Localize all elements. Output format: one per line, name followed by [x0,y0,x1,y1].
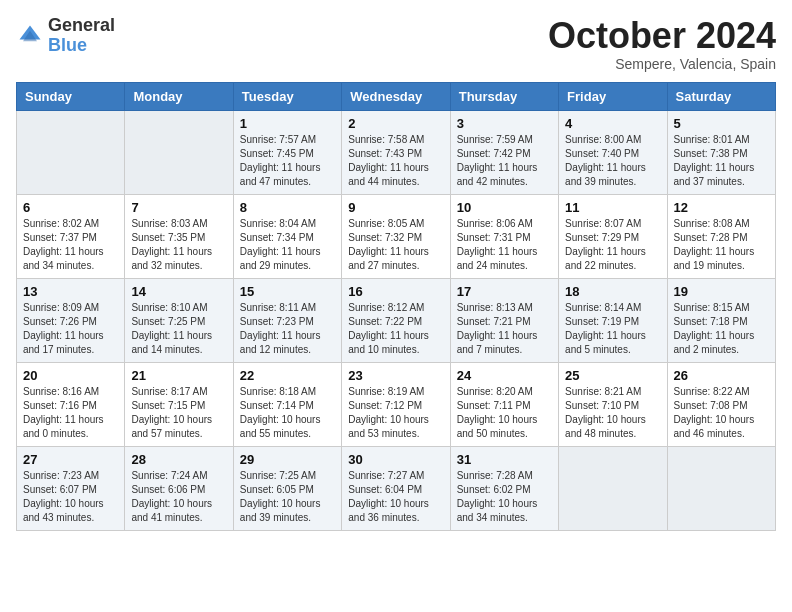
day-info: Sunrise: 7:59 AM Sunset: 7:42 PM Dayligh… [457,133,552,189]
day-number: 10 [457,200,552,215]
calendar-day-cell: 19Sunrise: 8:15 AM Sunset: 7:18 PM Dayli… [667,278,775,362]
calendar-day-cell: 22Sunrise: 8:18 AM Sunset: 7:14 PM Dayli… [233,362,341,446]
day-info: Sunrise: 8:04 AM Sunset: 7:34 PM Dayligh… [240,217,335,273]
day-info: Sunrise: 8:13 AM Sunset: 7:21 PM Dayligh… [457,301,552,357]
day-number: 23 [348,368,443,383]
month-title: October 2024 [548,16,776,56]
day-info: Sunrise: 8:02 AM Sunset: 7:37 PM Dayligh… [23,217,118,273]
day-number: 14 [131,284,226,299]
day-info: Sunrise: 8:09 AM Sunset: 7:26 PM Dayligh… [23,301,118,357]
calendar-week-row: 13Sunrise: 8:09 AM Sunset: 7:26 PM Dayli… [17,278,776,362]
day-info: Sunrise: 8:10 AM Sunset: 7:25 PM Dayligh… [131,301,226,357]
calendar-day-cell: 4Sunrise: 8:00 AM Sunset: 7:40 PM Daylig… [559,110,667,194]
calendar-day-cell: 30Sunrise: 7:27 AM Sunset: 6:04 PM Dayli… [342,446,450,530]
calendar-week-row: 27Sunrise: 7:23 AM Sunset: 6:07 PM Dayli… [17,446,776,530]
day-number: 18 [565,284,660,299]
day-of-week-header: Saturday [667,82,775,110]
day-number: 30 [348,452,443,467]
calendar-day-cell: 5Sunrise: 8:01 AM Sunset: 7:38 PM Daylig… [667,110,775,194]
day-info: Sunrise: 8:07 AM Sunset: 7:29 PM Dayligh… [565,217,660,273]
day-info: Sunrise: 8:19 AM Sunset: 7:12 PM Dayligh… [348,385,443,441]
day-number: 3 [457,116,552,131]
day-number: 17 [457,284,552,299]
calendar-day-cell: 25Sunrise: 8:21 AM Sunset: 7:10 PM Dayli… [559,362,667,446]
calendar-day-cell: 3Sunrise: 7:59 AM Sunset: 7:42 PM Daylig… [450,110,558,194]
day-number: 15 [240,284,335,299]
day-info: Sunrise: 7:24 AM Sunset: 6:06 PM Dayligh… [131,469,226,525]
calendar-week-row: 6Sunrise: 8:02 AM Sunset: 7:37 PM Daylig… [17,194,776,278]
day-info: Sunrise: 7:57 AM Sunset: 7:45 PM Dayligh… [240,133,335,189]
day-of-week-header: Monday [125,82,233,110]
location-subtitle: Sempere, Valencia, Spain [548,56,776,72]
day-number: 5 [674,116,769,131]
calendar-day-cell: 23Sunrise: 8:19 AM Sunset: 7:12 PM Dayli… [342,362,450,446]
day-number: 6 [23,200,118,215]
day-info: Sunrise: 7:58 AM Sunset: 7:43 PM Dayligh… [348,133,443,189]
calendar-day-cell: 21Sunrise: 8:17 AM Sunset: 7:15 PM Dayli… [125,362,233,446]
day-info: Sunrise: 8:11 AM Sunset: 7:23 PM Dayligh… [240,301,335,357]
calendar-day-cell: 9Sunrise: 8:05 AM Sunset: 7:32 PM Daylig… [342,194,450,278]
day-info: Sunrise: 8:05 AM Sunset: 7:32 PM Dayligh… [348,217,443,273]
day-number: 22 [240,368,335,383]
day-info: Sunrise: 8:16 AM Sunset: 7:16 PM Dayligh… [23,385,118,441]
calendar-day-cell: 15Sunrise: 8:11 AM Sunset: 7:23 PM Dayli… [233,278,341,362]
calendar-week-row: 1Sunrise: 7:57 AM Sunset: 7:45 PM Daylig… [17,110,776,194]
calendar-day-cell: 28Sunrise: 7:24 AM Sunset: 6:06 PM Dayli… [125,446,233,530]
calendar-day-cell: 13Sunrise: 8:09 AM Sunset: 7:26 PM Dayli… [17,278,125,362]
calendar-day-cell: 24Sunrise: 8:20 AM Sunset: 7:11 PM Dayli… [450,362,558,446]
day-info: Sunrise: 8:03 AM Sunset: 7:35 PM Dayligh… [131,217,226,273]
day-info: Sunrise: 8:00 AM Sunset: 7:40 PM Dayligh… [565,133,660,189]
title-block: October 2024 Sempere, Valencia, Spain [548,16,776,72]
day-info: Sunrise: 8:22 AM Sunset: 7:08 PM Dayligh… [674,385,769,441]
calendar-day-cell [667,446,775,530]
day-info: Sunrise: 7:28 AM Sunset: 6:02 PM Dayligh… [457,469,552,525]
day-info: Sunrise: 7:23 AM Sunset: 6:07 PM Dayligh… [23,469,118,525]
day-info: Sunrise: 8:06 AM Sunset: 7:31 PM Dayligh… [457,217,552,273]
calendar-day-cell: 18Sunrise: 8:14 AM Sunset: 7:19 PM Dayli… [559,278,667,362]
calendar-day-cell: 26Sunrise: 8:22 AM Sunset: 7:08 PM Dayli… [667,362,775,446]
calendar-day-cell: 17Sunrise: 8:13 AM Sunset: 7:21 PM Dayli… [450,278,558,362]
logo-icon [16,22,44,50]
calendar-day-cell [559,446,667,530]
calendar-day-cell: 31Sunrise: 7:28 AM Sunset: 6:02 PM Dayli… [450,446,558,530]
day-number: 4 [565,116,660,131]
calendar-day-cell: 2Sunrise: 7:58 AM Sunset: 7:43 PM Daylig… [342,110,450,194]
day-number: 19 [674,284,769,299]
day-info: Sunrise: 8:17 AM Sunset: 7:15 PM Dayligh… [131,385,226,441]
day-info: Sunrise: 8:15 AM Sunset: 7:18 PM Dayligh… [674,301,769,357]
day-of-week-header: Tuesday [233,82,341,110]
day-number: 13 [23,284,118,299]
day-number: 28 [131,452,226,467]
day-number: 24 [457,368,552,383]
day-number: 1 [240,116,335,131]
calendar-day-cell: 29Sunrise: 7:25 AM Sunset: 6:05 PM Dayli… [233,446,341,530]
day-info: Sunrise: 8:08 AM Sunset: 7:28 PM Dayligh… [674,217,769,273]
day-number: 9 [348,200,443,215]
calendar-day-cell: 12Sunrise: 8:08 AM Sunset: 7:28 PM Dayli… [667,194,775,278]
day-info: Sunrise: 8:01 AM Sunset: 7:38 PM Dayligh… [674,133,769,189]
calendar-header: SundayMondayTuesdayWednesdayThursdayFrid… [17,82,776,110]
logo-general-text: General [48,16,115,36]
calendar-day-cell: 6Sunrise: 8:02 AM Sunset: 7:37 PM Daylig… [17,194,125,278]
calendar-day-cell: 20Sunrise: 8:16 AM Sunset: 7:16 PM Dayli… [17,362,125,446]
day-number: 2 [348,116,443,131]
day-number: 16 [348,284,443,299]
calendar-day-cell: 1Sunrise: 7:57 AM Sunset: 7:45 PM Daylig… [233,110,341,194]
calendar-day-cell: 27Sunrise: 7:23 AM Sunset: 6:07 PM Dayli… [17,446,125,530]
day-number: 7 [131,200,226,215]
day-info: Sunrise: 8:14 AM Sunset: 7:19 PM Dayligh… [565,301,660,357]
day-number: 25 [565,368,660,383]
day-info: Sunrise: 7:25 AM Sunset: 6:05 PM Dayligh… [240,469,335,525]
day-info: Sunrise: 8:18 AM Sunset: 7:14 PM Dayligh… [240,385,335,441]
day-info: Sunrise: 7:27 AM Sunset: 6:04 PM Dayligh… [348,469,443,525]
calendar-day-cell: 10Sunrise: 8:06 AM Sunset: 7:31 PM Dayli… [450,194,558,278]
calendar-day-cell [125,110,233,194]
day-of-week-header: Friday [559,82,667,110]
day-info: Sunrise: 8:20 AM Sunset: 7:11 PM Dayligh… [457,385,552,441]
calendar-day-cell: 7Sunrise: 8:03 AM Sunset: 7:35 PM Daylig… [125,194,233,278]
logo-text: General Blue [48,16,115,56]
day-of-week-header: Wednesday [342,82,450,110]
logo: General Blue [16,16,115,56]
logo-blue-text: Blue [48,36,115,56]
calendar-day-cell [17,110,125,194]
